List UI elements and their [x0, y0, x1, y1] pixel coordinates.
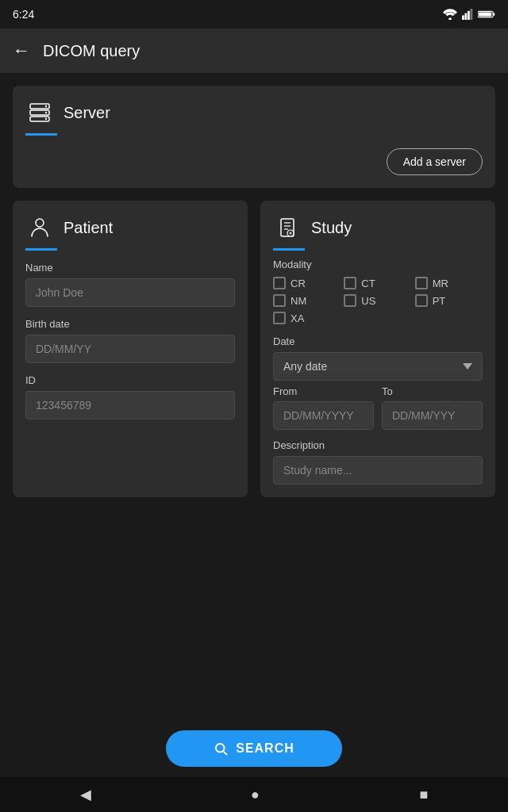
main-content: Server Add a server Patient Name Birt	[0, 73, 508, 720]
modality-ct-checkbox[interactable]	[344, 277, 356, 289]
modality-ct: CT	[344, 277, 411, 289]
modality-xa-checkbox[interactable]	[273, 312, 286, 324]
date-select[interactable]: Any date Today Last week Last month Cust…	[273, 352, 483, 381]
id-label: ID	[25, 374, 235, 386]
from-col: From	[273, 385, 374, 430]
svg-point-13	[45, 118, 47, 120]
search-button-label: SEARCH	[236, 741, 294, 756]
status-time: 6:24	[13, 8, 34, 21]
modality-pt: PT	[415, 294, 483, 307]
modality-cr-label: CR	[291, 278, 306, 289]
search-bar: SEARCH	[0, 720, 508, 777]
back-button[interactable]: ←	[13, 42, 30, 59]
server-underline	[25, 133, 57, 136]
to-label: To	[382, 385, 483, 397]
study-underline	[273, 248, 305, 251]
modality-mr: MR	[415, 277, 483, 289]
server-icon	[25, 98, 54, 127]
birthdate-input[interactable]	[25, 335, 235, 363]
study-card: Study Modality CR CT MR N	[260, 201, 495, 497]
modality-pt-checkbox[interactable]	[415, 294, 428, 307]
modality-cr-checkbox[interactable]	[273, 277, 286, 289]
patient-underline	[25, 248, 57, 251]
from-input[interactable]	[273, 401, 374, 430]
study-icon	[273, 213, 302, 242]
from-to-row: From To	[273, 385, 483, 430]
wifi-icon	[443, 9, 457, 20]
patient-card-header: Patient	[25, 213, 235, 242]
status-icons	[443, 9, 495, 20]
to-input[interactable]	[382, 401, 483, 430]
modality-cr: CR	[273, 277, 341, 289]
signal-icon	[462, 9, 473, 20]
server-card-header: Server	[25, 98, 483, 127]
svg-rect-2	[465, 13, 468, 20]
battery-icon	[478, 10, 495, 19]
description-label: Description	[273, 439, 483, 451]
svg-rect-7	[479, 12, 491, 16]
svg-point-14	[36, 219, 44, 227]
svg-point-11	[45, 105, 47, 107]
svg-point-0	[448, 17, 452, 20]
svg-point-12	[45, 112, 47, 113]
top-bar: ← DICOM query	[0, 29, 508, 73]
svg-rect-4	[471, 9, 473, 20]
search-icon	[214, 741, 228, 756]
svg-rect-1	[462, 15, 464, 20]
from-label: From	[273, 385, 374, 397]
server-card-title: Server	[64, 104, 110, 122]
status-bar: 6:24	[0, 0, 508, 29]
birthdate-label: Birth date	[25, 318, 235, 330]
date-label: Date	[273, 335, 483, 347]
patient-icon	[25, 213, 54, 242]
svg-rect-3	[468, 11, 470, 20]
name-input[interactable]	[25, 278, 235, 307]
add-server-button[interactable]: Add a server	[387, 148, 483, 175]
add-server-row: Add a server	[25, 148, 483, 175]
modality-ct-label: CT	[361, 278, 375, 289]
svg-line-21	[224, 751, 227, 754]
description-input[interactable]	[273, 456, 483, 485]
nav-home-icon[interactable]: ●	[251, 787, 260, 803]
modality-us-label: US	[361, 295, 375, 307]
modality-grid: CR CT MR NM US	[273, 277, 483, 324]
nav-recents-icon[interactable]: ■	[419, 787, 428, 803]
study-card-title: Study	[311, 219, 352, 237]
modality-us-checkbox[interactable]	[344, 294, 356, 307]
modality-us: US	[344, 294, 411, 307]
page-title: DICOM query	[43, 42, 140, 60]
nav-back-icon[interactable]: ◀	[80, 786, 91, 803]
to-col: To	[382, 385, 483, 430]
modality-label: Modality	[273, 259, 483, 270]
study-card-header: Study	[273, 213, 483, 242]
modality-mr-checkbox[interactable]	[415, 277, 428, 289]
modality-pt-label: PT	[433, 295, 446, 307]
name-label: Name	[25, 262, 235, 274]
modality-nm: NM	[273, 294, 341, 307]
nav-bar: ◀ ● ■	[0, 777, 508, 812]
search-button[interactable]: SEARCH	[166, 730, 342, 767]
patient-card: Patient Name Birth date ID	[13, 201, 248, 497]
server-card: Server Add a server	[13, 86, 495, 188]
modality-mr-label: MR	[433, 278, 448, 289]
svg-rect-6	[493, 13, 495, 16]
patient-study-row: Patient Name Birth date ID	[13, 201, 495, 497]
id-input[interactable]	[25, 391, 235, 419]
modality-nm-checkbox[interactable]	[273, 294, 286, 307]
modality-xa: XA	[273, 312, 341, 324]
patient-card-title: Patient	[64, 219, 113, 237]
modality-nm-label: NM	[291, 295, 306, 307]
modality-xa-label: XA	[291, 312, 304, 324]
